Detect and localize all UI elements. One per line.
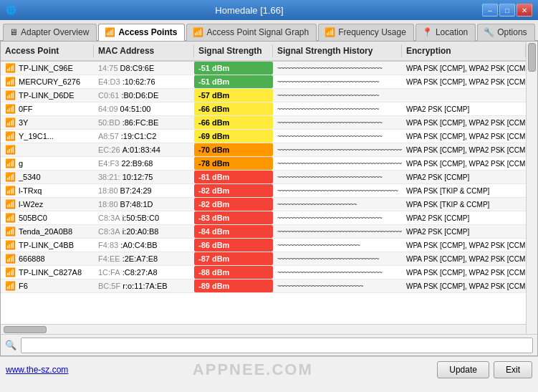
ap-name: Tenda_20A0B8 [19,227,72,236]
signal-cell: -82 dBm [194,198,273,211]
signal-cell: -51 dBm [194,75,273,88]
ap-name: 3Y [19,118,28,127]
table-row[interactable]: 📶 l-W2ez 18:80 B7:48:1D -82 dBm ~~~~~~~~… [1,198,526,211]
table-row[interactable]: 📶 0FF 64:09 04:51:00 -66 dBm ~~~~~~~~~~~… [1,102,526,116]
exit-button[interactable]: Exit [494,361,532,378]
wifi-icon: 📶 [5,254,16,264]
signal-cell: -51 dBm [194,62,273,75]
table-row[interactable]: 📶 TP-LINK_D6DE C0:61 :B0:D6:DE -57 dBm ~… [1,89,526,102]
table-scroll-area[interactable]: 📶 TP-LINK_C96E 14:75 D8:C9:6E -51 dBm ~~… [1,62,526,324]
access-points-icon: 📶 [105,27,115,37]
table-row[interactable]: 📶 EC:26 A:01:83:44 -70 dBm ~~~~~~~~~~~~~… [1,143,526,157]
wifi-icon: 📶 [5,145,16,155]
wifi-icon: 📶 [5,77,16,87]
encryption-cell: WPA PSK [CCMP], WPA2 PSK [CCMP] [402,266,526,279]
wifi-icon: 📶 [5,63,16,73]
history-cell: ~~~~~~~~~~~~~~~~~~~~~~~~~~~~~~~~~ [273,62,402,75]
ap-name: l-W2ez [19,200,43,209]
mac-cell: C0:61 :B0:D6:DE [94,89,194,102]
wifi-icon: 📶 [5,267,16,277]
mac-cell: F4:EE :2E:A7:E8 [94,252,194,265]
tab-signal-graph-label: Access Point Signal Graph [206,27,309,37]
status-link[interactable]: www.the-sz.com [6,365,68,375]
tab-access-points[interactable]: 📶 Access Points [98,24,185,41]
tab-access-points-label: Access Points [118,27,177,37]
ap-cell: 📶 Tenda_20A0B8 [1,225,94,238]
ap-cell: 📶 l-W2ez [1,198,94,211]
table-row[interactable]: 📶 Tenda_20A0B8 C8:3A i:20:A0:B8 -84 dBm … [1,225,526,239]
encryption-cell [402,89,526,102]
ap-cell: 📶 _5340 [1,171,94,183]
signal-cell: -89 dBm [194,279,273,292]
table-row[interactable]: 📶 3Y 50:BD :86:FC:BE -66 dBm ~~~~~~~~~~~… [1,116,526,130]
col-header-mac: MAC Address [94,44,194,57]
ap-cell: 📶 MERCURY_6276 [1,75,94,88]
tab-options-label: Options [497,27,527,37]
table-row[interactable]: 📶 MERCURY_6276 E4:D3 :10:62:76 -51 dBm ~… [1,75,526,89]
mac-cell: 38:21: 10:12:75 [94,171,194,183]
table-row[interactable]: 📶 Y_19C1... A8:57 :19:C1:C2 -69 dBm ~~~~… [1,130,526,143]
table-row[interactable]: 📶 F6 BC:5F r:o:11:7A:EB -89 dBm ~~~~~~~~… [1,279,526,293]
mac-cell: 18:80 B7:48:1D [94,198,194,211]
table-row[interactable]: 📶 _5340 38:21: 10:12:75 -81 dBm ~~~~~~~~… [1,171,526,184]
watermark: APPNEE.COM [193,360,313,379]
mac-cell: EC:26 A:01:83:44 [94,143,194,156]
wifi-icon: 📶 [5,172,16,182]
tab-adapter[interactable]: 🖥 Adapter Overview [3,24,97,41]
table-row[interactable]: 📶 g E4:F3 22:B9:68 -78 dBm ~~~~~~~~~~~~~… [1,157,526,171]
horizontal-scrollbar[interactable] [1,324,526,334]
table-row[interactable]: 📶 TP-LINK_C4BB F4:83 :A0:C4:BB -86 dBm ~… [1,239,526,252]
table-header: Access Point MAC Address Signal Strength… [1,42,526,62]
search-bar: 🔍 [1,334,537,355]
horizontal-scroll-thumb[interactable] [4,326,47,333]
close-button[interactable]: ✕ [517,4,532,16]
wifi-icon: 📶 [5,240,16,250]
wifi-icon: 📶 [5,199,16,209]
mac-cell: C8:3A i:20:A0:B8 [94,225,194,238]
maximize-button[interactable]: □ [499,4,515,16]
ap-name: TP-LINK_D6DE [19,91,75,100]
search-input[interactable] [21,338,533,353]
history-cell: ~~~~~~~~~~~~~~~~~~~~~~~~~~~~~~~~ [273,252,402,265]
history-cell: ~~~~~~~~~~~~~~~~~~~~~~~~~~~~~~~~ [273,102,402,115]
history-cell: ~~~~~~~~~~~~~~~~~~~~~~~~~~~~~~~~~ [273,116,402,129]
vertical-scroll-thumb[interactable] [528,43,536,72]
tab-options[interactable]: 🔧 Options [477,24,534,41]
tab-location[interactable]: 📍 Location [415,24,476,41]
mac-cell: 64:09 04:51:00 [94,102,194,115]
mac-cell: 50:BD :86:FC:BE [94,116,194,129]
signal-graph-icon: 📶 [193,27,203,37]
history-cell: ~~~~~~~~~~~~~~~~~~~~~~~~~~~~~~~~~ [273,266,402,279]
mac-cell: 18:80 B7:24:29 [94,184,194,197]
window-icon: 🌐 [6,5,16,15]
mac-cell: BC:5F r:o:11:7A:EB [94,279,194,292]
options-icon: 🔧 [484,27,494,37]
table-row[interactable]: 📶 l-TRxq 18:80 B7:24:29 -82 dBm ~~~~~~~~… [1,184,526,198]
status-buttons: Update Exit [437,361,532,378]
tab-signal-graph[interactable]: 📶 Access Point Signal Graph [186,24,317,41]
table-row[interactable]: 📶 TP-LINK_C96E 14:75 D8:C9:6E -51 dBm ~~… [1,62,526,75]
history-cell: ~~~~~~~~~~~~~~~~~~~~~~~~~~~~~~~~~~~~~~~~… [273,225,402,238]
ap-cell: 📶 l-TRxq [1,184,94,197]
history-cell: ~~~~~~~~~~~~~~~~~~~~~~~~~~~~~~~~~~~~~~~~… [273,157,402,170]
mac-cell: F4:83 :A0:C4:BB [94,239,194,252]
title-bar: 🌐 Homedale [1.66] – □ ✕ [0,0,538,20]
table-area: Access Point MAC Address Signal Strength… [1,42,537,334]
minimize-button[interactable]: – [482,4,498,16]
ap-cell: 📶 g [1,157,94,170]
signal-cell: -70 dBm [194,143,273,156]
ap-name: 666888 [19,254,45,263]
table-row[interactable]: 📶 TP-LINK_C827A8 1C:FA :C8:27:A8 -88 dBm… [1,266,526,279]
ap-cell: 📶 666888 [1,252,94,265]
update-button[interactable]: Update [437,361,489,378]
encryption-cell: WPA2 PSK [CCMP] [402,171,526,183]
history-cell: ~~~~~~~~~~~~~~~~~~~~~~~~~~~~~~~~ [273,89,402,102]
wifi-icon: 📶 [5,213,16,223]
table-row[interactable]: 📶 666888 F4:EE :2E:A7:E8 -87 dBm ~~~~~~~… [1,252,526,266]
table-row[interactable]: 📶 505BC0 C8:3A i:50:5B:C0 -83 dBm ~~~~~~… [1,211,526,225]
vertical-scrollbar[interactable] [526,42,537,334]
ap-cell: 📶 0FF [1,102,94,115]
history-cell: ~~~~~~~~~~~~~~~~~~~~~~~~~~~~~~~~~ [273,130,402,143]
tab-frequency[interactable]: 📶 Frequency Usage [318,24,414,41]
signal-cell: -66 dBm [194,102,273,115]
